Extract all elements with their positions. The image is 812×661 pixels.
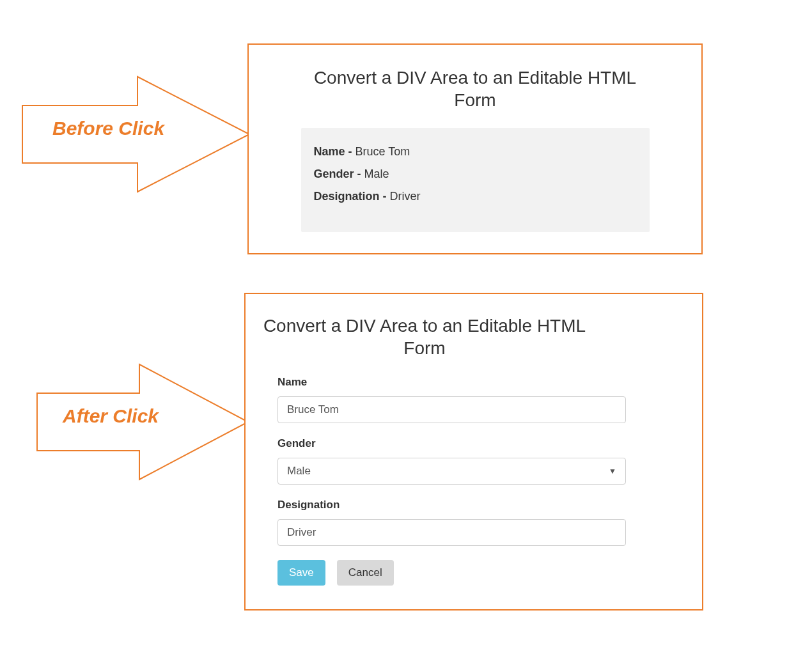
before-panel-title: Convert a DIV Area to an Editable HTML F… bbox=[302, 66, 648, 111]
designation-field-label: Designation bbox=[277, 499, 626, 511]
designation-label: Designation - bbox=[314, 190, 390, 203]
cancel-button[interactable]: Cancel bbox=[337, 560, 394, 586]
gender-field-label: Gender bbox=[277, 437, 626, 450]
form-group-designation: Designation Driver bbox=[277, 499, 626, 546]
form-group-gender: Gender Male ▼ bbox=[277, 437, 626, 485]
chevron-down-icon: ▼ bbox=[609, 467, 616, 476]
readonly-designation-row: Designation - Driver bbox=[314, 185, 637, 208]
button-row: Save Cancel bbox=[277, 560, 670, 586]
gender-select-value: Male bbox=[287, 465, 311, 478]
name-input-value: Bruce Tom bbox=[287, 403, 339, 416]
readonly-gender-row: Gender - Male bbox=[314, 163, 637, 185]
gender-value: Male bbox=[364, 167, 389, 180]
readonly-display[interactable]: Name - Bruce Tom Gender - Male Designati… bbox=[301, 128, 650, 232]
after-panel-title: Convert a DIV Area to an Editable HTML F… bbox=[252, 315, 597, 359]
name-value: Bruce Tom bbox=[355, 145, 410, 158]
before-click-label: Before Click bbox=[52, 118, 164, 139]
designation-input[interactable]: Driver bbox=[277, 519, 626, 546]
after-panel: Convert a DIV Area to an Editable HTML F… bbox=[244, 293, 703, 610]
name-label: Name - bbox=[314, 145, 355, 158]
gender-select[interactable]: Male ▼ bbox=[277, 458, 626, 485]
after-click-label: After Click bbox=[63, 405, 159, 427]
gender-label: Gender - bbox=[314, 167, 364, 180]
name-input[interactable]: Bruce Tom bbox=[277, 396, 626, 423]
before-panel: Convert a DIV Area to an Editable HTML F… bbox=[247, 43, 703, 254]
readonly-name-row: Name - Bruce Tom bbox=[314, 141, 637, 163]
before-click-arrow: Before Click bbox=[22, 77, 249, 192]
form-group-name: Name Bruce Tom bbox=[277, 376, 626, 423]
after-click-arrow: After Click bbox=[37, 364, 248, 479]
designation-input-value: Driver bbox=[287, 526, 316, 539]
name-field-label: Name bbox=[277, 376, 626, 389]
designation-value: Driver bbox=[390, 190, 421, 203]
save-button[interactable]: Save bbox=[277, 560, 325, 586]
